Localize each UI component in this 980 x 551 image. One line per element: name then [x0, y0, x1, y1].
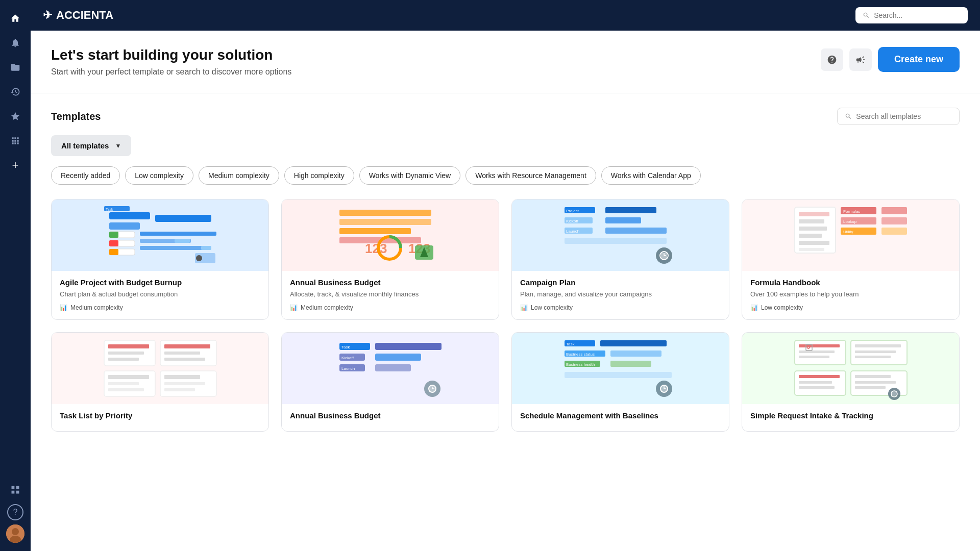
badge-text-budget: Medium complexity [301, 304, 353, 311]
svg-rect-68 [164, 358, 205, 361]
search-input[interactable] [874, 11, 961, 19]
svg-rect-57 [799, 227, 827, 231]
section-divider [31, 93, 980, 93]
card-thumbnail-campaign: Project Kickoff Launch [512, 199, 729, 271]
filter-resource-management[interactable]: Works with Resource Management [465, 166, 596, 185]
card-thumbnail-formula: Formulas Lookup Utility [742, 199, 959, 271]
svg-rect-23 [339, 228, 411, 234]
svg-rect-5 [155, 215, 211, 222]
svg-rect-67 [164, 352, 200, 355]
sidebar-bottom: ? [5, 480, 26, 543]
card-title-agile: Agile Project with Budget Burnup [60, 278, 260, 287]
svg-point-18 [196, 255, 202, 261]
topnav: ✈ ACCIENTA [31, 0, 980, 31]
filter-high-complexity[interactable]: High complexity [284, 166, 354, 185]
badge-text-agile: Medium complexity [70, 304, 123, 311]
template-card-budget[interactable]: 123 123 Annual Business Budget Allocate,… [281, 199, 499, 320]
card-title-budget: Annual Business Budget [290, 278, 491, 287]
svg-text:Launch: Launch [341, 366, 355, 371]
svg-rect-22 [339, 219, 431, 225]
logo-icon: ✈ [43, 9, 52, 22]
svg-rect-85 [375, 364, 411, 371]
svg-text:Lookup: Lookup [843, 219, 857, 224]
card-thumbnail-task [52, 333, 268, 404]
svg-rect-75 [164, 382, 205, 385]
svg-rect-7 [109, 232, 118, 238]
svg-rect-56 [799, 219, 824, 223]
svg-rect-118 [799, 375, 840, 378]
topnav-search[interactable] [855, 7, 968, 23]
card-thumb-svg-agile: Task [99, 202, 222, 268]
template-search-icon [845, 112, 852, 120]
sidebar-history-icon[interactable] [5, 82, 26, 102]
filter-dynamic-view[interactable]: Works with Dynamic View [359, 166, 461, 185]
svg-rect-62 [108, 344, 149, 348]
svg-text:Project: Project [566, 209, 579, 213]
svg-rect-50 [881, 217, 907, 224]
svg-text:Business health: Business health [566, 362, 595, 367]
sidebar-bell-icon[interactable] [5, 33, 26, 53]
template-card-formula[interactable]: Formulas Lookup Utility [742, 199, 960, 320]
svg-rect-35 [605, 217, 641, 223]
badge-chart-icon2: 📊 [290, 304, 298, 311]
sidebar-star-icon[interactable] [5, 106, 26, 127]
svg-rect-47 [881, 207, 907, 214]
sidebar-help-icon[interactable]: ? [7, 504, 23, 520]
sidebar-folder-icon[interactable] [5, 57, 26, 78]
template-search-input[interactable] [856, 112, 952, 120]
filter-medium-complexity[interactable]: Medium complexity [199, 166, 279, 185]
chevron-down-icon: ▼ [115, 142, 121, 149]
svg-rect-124 [855, 386, 886, 389]
card-desc-budget: Allocate, track, & visualize monthly fin… [290, 290, 491, 299]
card-thumbnail-agile: Task [52, 199, 268, 271]
sidebar-home-icon[interactable] [5, 8, 26, 29]
svg-rect-60 [799, 248, 824, 251]
sidebar-grid-icon[interactable] [5, 480, 26, 500]
templates-dropdown[interactable]: All templates ▼ [51, 135, 131, 156]
card-thumbnail-annual2: Task Kickoff Launch [282, 333, 499, 404]
template-card-agile[interactable]: Task Agile Project with Budget Burnup Ch… [51, 199, 269, 320]
svg-rect-120 [799, 386, 835, 389]
template-card-campaign[interactable]: Project Kickoff Launch [511, 199, 729, 320]
sidebar-apps-icon[interactable] [5, 131, 26, 151]
svg-rect-71 [108, 382, 139, 385]
card-desc-campaign: Plan, manage, and visualize your campaig… [520, 290, 721, 299]
templates-grid: Task Agile Project with Budget Burnup Ch… [51, 199, 960, 432]
svg-rect-53 [881, 228, 907, 235]
svg-text:Kickoff: Kickoff [341, 356, 354, 360]
svg-rect-74 [164, 375, 200, 379]
svg-rect-16 [201, 246, 211, 250]
card-thumb-svg-formula: Formulas Lookup Utility [790, 202, 912, 268]
card-body-campaign: Campaign Plan Plan, manage, and visualiz… [512, 271, 729, 319]
svg-rect-93 [600, 340, 667, 346]
card-title-schedule: Schedule Management with Baselines [520, 411, 721, 420]
help-button[interactable] [821, 48, 843, 71]
announce-button[interactable] [849, 48, 872, 71]
card-body-annual2: Annual Business Budget [282, 404, 499, 431]
svg-text:Formulas: Formulas [843, 209, 860, 214]
svg-rect-14 [140, 246, 206, 250]
svg-rect-66 [164, 344, 210, 348]
svg-rect-107 [799, 344, 840, 347]
templates-header: Templates [51, 108, 960, 125]
user-avatar[interactable] [6, 524, 24, 543]
card-body-formula: Formula Handbook Over 100 examples to he… [742, 271, 959, 319]
svg-rect-12 [140, 232, 216, 236]
template-search-bar[interactable] [837, 108, 960, 125]
sidebar-add-icon[interactable]: + [5, 155, 26, 176]
badge-chart-icon4: 📊 [750, 304, 758, 311]
template-card-schedule[interactable]: Task Business status Business health [511, 332, 729, 432]
card-thumb-svg-simple [790, 335, 912, 402]
card-desc-formula: Over 100 examples to help you learn [750, 290, 951, 299]
svg-text:Launch: Launch [566, 229, 579, 234]
svg-rect-116 [855, 356, 891, 358]
card-title-formula: Formula Handbook [750, 278, 951, 287]
filter-calendar-app[interactable]: Works with Calendar App [601, 166, 701, 185]
template-card-task[interactable]: Task List by Priority [51, 332, 269, 432]
filter-low-complexity[interactable]: Low complexity [125, 166, 193, 185]
filter-recently-added[interactable]: Recently added [51, 166, 120, 185]
template-card-simple[interactable]: Simple Request Intake & Tracking [742, 332, 960, 432]
svg-rect-9 [109, 240, 118, 246]
create-new-button[interactable]: Create new [878, 47, 960, 72]
template-card-annual2[interactable]: Task Kickoff Launch [281, 332, 499, 432]
